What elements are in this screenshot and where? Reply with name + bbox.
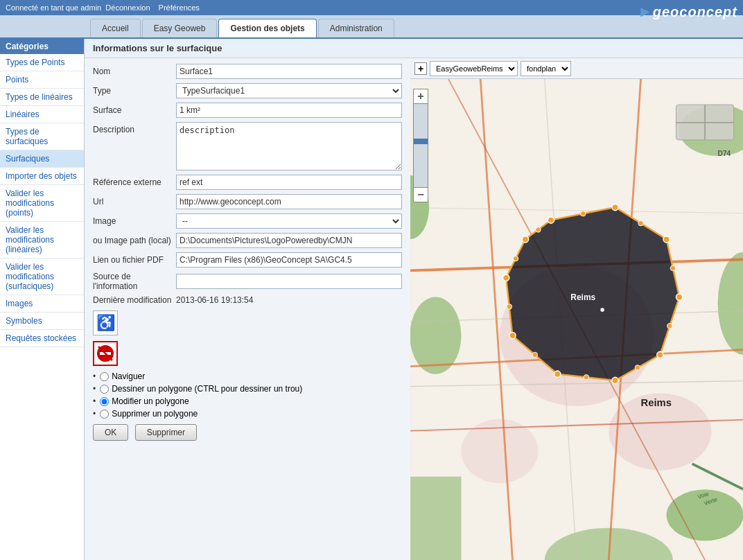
sidebar-item-valider-lineaires[interactable]: Valider les modifications (linéaires) [0,222,84,259]
svg-point-29 [548,217,554,223]
svg-point-45 [532,352,537,357]
d74-label: D74 [718,150,731,157]
image-path-row: ou Image path (local) [93,233,402,248]
sidebar-item-points[interactable]: Points [0,71,84,89]
radio-naviguer[interactable] [100,372,109,381]
supprimer-button[interactable]: Supprimer [135,424,197,441]
ref-externe-input[interactable] [176,175,402,190]
svg-point-31 [663,236,670,243]
sidebar: Catégories Types de Points Points Types … [0,39,85,560]
surface-row: Surface [93,103,402,118]
no-icon-box[interactable] [93,341,118,366]
bullet-dot: • [93,371,96,381]
image-path-label: ou Image path (local) [93,236,176,245]
zoom-in-button[interactable]: + [413,89,428,104]
disconnect-link[interactable]: Déconnexion [105,3,150,12]
reims-label: Reims [641,397,672,408]
svg-point-37 [503,274,509,281]
image-path-input[interactable] [176,233,402,248]
radio-modifier-label: Modifier un polygone [112,396,189,406]
map-panel: + EasyGeowebReims fondplan + − [410,58,743,560]
lien-pdf-label: Lien ou fichier PDF [93,255,176,265]
nom-label: Nom [93,67,176,76]
image-row: Image -- [93,213,402,229]
svg-point-46 [507,304,512,309]
no-entry-icon [96,344,115,363]
wheelchair-icon-box[interactable]: ♿ [93,310,118,335]
derniere-modif-row: Dernière modification 2013-06-16 19:13:5… [93,295,402,305]
url-label: Url [93,197,176,207]
sidebar-item-types-lineaires[interactable]: Types de linéaires [0,89,84,106]
svg-point-43 [635,365,640,370]
sidebar-item-lineaires[interactable]: Linéaires [0,106,84,123]
svg-point-39 [581,211,586,216]
radio-supprimer-polygon[interactable] [100,410,109,419]
wheelchair-icon: ♿ [96,314,115,332]
sidebar-item-images[interactable]: Images [0,295,84,313]
url-input[interactable] [176,194,402,209]
tab-gestion-objets[interactable]: Gestion des objets [218,19,316,37]
sidebar-header: Catégories [0,39,84,54]
radio-modifier[interactable] [100,397,109,406]
surface-input[interactable] [176,103,402,118]
button-row: OK Supprimer [93,424,402,441]
sidebar-item-valider-surfaciques[interactable]: Valider les modifications (surfaciques) [0,259,84,295]
image-select[interactable]: -- [176,213,402,229]
svg-point-35 [554,371,561,377]
content-body: Nom Type TypeSurfacique1 Surface Descrip… [85,58,743,560]
type-select[interactable]: TypeSurfacique1 [176,83,402,98]
radio-naviguer-label: Naviguer [112,371,145,381]
derniere-modif-label: Dernière modification [93,295,176,305]
derniere-modif-value: 2013-06-16 19:13:54 [176,295,253,305]
svg-point-36 [509,333,516,339]
sidebar-item-surfaciques[interactable]: Surfaciques [0,150,84,168]
sidebar-item-types-points[interactable]: Types de Points [0,54,84,71]
type-label: Type [93,86,176,96]
nom-input[interactable] [176,64,402,79]
sidebar-item-importer-objets[interactable]: Importer des objets [0,168,84,185]
sidebar-item-valider-points[interactable]: Valider les modifications (points) [0,185,84,222]
zoom-out-button[interactable]: − [413,187,428,202]
logo-text: geoconcept [653,4,737,20]
map-zoom-plus-btn[interactable]: + [414,62,427,75]
form-panel: Nom Type TypeSurfacique1 Surface Descrip… [85,58,410,560]
svg-point-6 [410,297,461,374]
tab-administration[interactable]: Administration [318,19,394,37]
content-header: Informations sur le surfacique [85,39,743,58]
sidebar-item-requetes-stockees[interactable]: Requêtes stockées [0,330,84,347]
radio-dessiner[interactable] [100,385,109,394]
bullet-dot-3: • [93,396,96,406]
source-label: Source de l'information [93,272,176,291]
bullet-dot-4: • [93,409,96,419]
map-layer2-select[interactable]: fondplan [521,61,571,76]
svg-rect-9 [410,477,461,560]
map-layer1-select[interactable]: EasyGeowebReims [430,61,518,76]
connected-label: Connecté en tant que admin [6,3,101,12]
radio-dessiner-item: • Dessiner un polygone (CTRL pour dessin… [93,384,402,394]
radio-supprimer-polygon-item: • Supprimer un polygone [93,409,402,419]
svg-point-44 [584,375,588,380]
ok-button[interactable]: OK [93,424,128,441]
radio-naviguer-item: • Naviguer [93,371,402,381]
icon-row: ♿ [93,310,402,335]
image-label: Image [93,216,176,226]
lien-pdf-input[interactable] [176,252,402,268]
tabbar: Accueil Easy Geoweb Gestion des objets A… [0,15,743,39]
zoom-control: + − [413,83,428,202]
description-textarea[interactable]: description [176,122,402,170]
description-row: Description description [93,122,402,170]
tab-easy-geoweb[interactable]: Easy Geoweb [142,19,218,37]
nom-row: Nom [93,64,402,79]
tab-accueil[interactable]: Accueil [90,19,141,37]
sidebar-item-symboles[interactable]: Symboles [0,313,84,330]
svg-point-34 [612,377,618,383]
svg-point-49 [600,308,604,312]
sidebar-item-types-surfaciques[interactable]: Types de surfaciques [0,123,84,150]
preferences-link[interactable]: Préférences [159,3,200,12]
svg-point-40 [638,220,643,225]
map-svg[interactable]: Voie Verte D74 [410,79,743,560]
svg-point-33 [657,351,663,358]
url-row: Url [93,194,402,209]
zoom-slider[interactable] [413,104,428,187]
source-input[interactable] [176,274,402,289]
